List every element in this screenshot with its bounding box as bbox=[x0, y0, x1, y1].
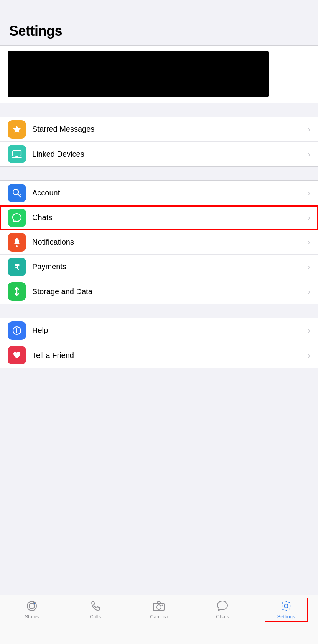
section-gap-2 bbox=[0, 167, 318, 180]
settings-header: Settings bbox=[0, 0, 318, 45]
menu-item-tell-friend[interactable]: Tell a Friend › bbox=[0, 343, 318, 368]
svg-line-6 bbox=[19, 195, 20, 196]
menu-item-storage[interactable]: Storage and Data › bbox=[0, 279, 318, 304]
svg-point-19 bbox=[157, 605, 161, 609]
svg-rect-1 bbox=[13, 151, 21, 156]
payments-icon-bg: ₹ bbox=[8, 258, 26, 276]
payments-label: Payments bbox=[32, 262, 308, 271]
status-tab-icon bbox=[26, 600, 38, 612]
storage-chevron: › bbox=[308, 287, 310, 296]
calls-tab-icon bbox=[89, 600, 102, 612]
svg-text:i: i bbox=[16, 328, 18, 334]
camera-tab-icon bbox=[153, 600, 165, 612]
camera-tab-label: Camera bbox=[150, 614, 168, 619]
help-chevron: › bbox=[308, 326, 310, 335]
tell-friend-chevron: › bbox=[308, 351, 310, 360]
profile-section[interactable] bbox=[0, 45, 318, 103]
account-chevron: › bbox=[308, 189, 310, 197]
section-gap-3 bbox=[0, 304, 318, 318]
settings-tab-icon bbox=[280, 600, 292, 612]
menu-item-notifications[interactable]: Notifications › bbox=[0, 230, 318, 255]
menu-item-help[interactable]: i Help › bbox=[0, 318, 318, 343]
svg-text:₹: ₹ bbox=[15, 263, 20, 272]
status-icon bbox=[26, 600, 38, 612]
svg-point-7 bbox=[16, 245, 18, 247]
shortcuts-section: Starred Messages › Linked Devices › bbox=[0, 117, 318, 167]
tab-bar: Status Calls Camera Chats bbox=[0, 595, 318, 644]
bell-icon bbox=[12, 237, 22, 247]
tab-item-camera[interactable]: Camera bbox=[140, 600, 178, 619]
starred-messages-icon-bg bbox=[8, 120, 26, 139]
svg-point-21 bbox=[284, 604, 288, 608]
camera-icon bbox=[153, 601, 165, 611]
account-label: Account bbox=[32, 189, 308, 197]
phone-icon bbox=[90, 600, 101, 612]
chats-chevron: › bbox=[308, 213, 310, 222]
chats-tab-label: Chats bbox=[216, 614, 229, 619]
bottom-spacer bbox=[0, 368, 318, 445]
svg-rect-3 bbox=[15, 156, 18, 157]
laptop-icon bbox=[12, 149, 22, 159]
linked-devices-label: Linked Devices bbox=[32, 150, 308, 159]
storage-label: Storage and Data bbox=[32, 287, 308, 296]
tab-item-calls[interactable]: Calls bbox=[76, 600, 115, 619]
tell-friend-label: Tell a Friend bbox=[32, 351, 308, 360]
menu-item-payments[interactable]: ₹ Payments › bbox=[0, 255, 318, 279]
svg-point-17 bbox=[34, 603, 35, 604]
page-title: Settings bbox=[9, 23, 309, 39]
rupee-icon: ₹ bbox=[12, 262, 22, 272]
main-section: Account › Chats › Notifications › ₹ Paym… bbox=[0, 180, 318, 304]
key-icon bbox=[12, 188, 22, 198]
linked-devices-icon-bg bbox=[8, 145, 26, 163]
status-tab-label: Status bbox=[25, 614, 39, 619]
notifications-icon-bg bbox=[8, 233, 26, 252]
heart-icon bbox=[12, 350, 22, 360]
payments-chevron: › bbox=[308, 262, 310, 271]
linked-devices-chevron: › bbox=[308, 150, 310, 159]
storage-icon-bg bbox=[8, 282, 26, 301]
help-label: Help bbox=[32, 326, 308, 335]
starred-messages-chevron: › bbox=[308, 125, 310, 134]
menu-item-chats[interactable]: Chats › bbox=[0, 205, 318, 230]
chat-tab-icon bbox=[216, 600, 229, 612]
menu-item-starred-messages[interactable]: Starred Messages › bbox=[0, 117, 318, 142]
help-icon-bg: i bbox=[8, 321, 26, 340]
section-gap-1 bbox=[0, 103, 318, 117]
svg-rect-2 bbox=[12, 157, 22, 158]
chats-label: Chats bbox=[32, 213, 308, 222]
gear-icon bbox=[280, 599, 292, 613]
chats-tab-icon bbox=[216, 600, 229, 612]
support-section: i Help › Tell a Friend › bbox=[0, 318, 318, 368]
svg-point-20 bbox=[162, 605, 163, 606]
tab-item-chats[interactable]: Chats bbox=[203, 600, 242, 619]
tell-friend-icon-bg bbox=[8, 346, 26, 364]
account-icon-bg bbox=[8, 184, 26, 202]
tab-item-status[interactable]: Status bbox=[13, 600, 51, 619]
star-icon bbox=[12, 124, 22, 135]
info-icon: i bbox=[12, 326, 22, 336]
starred-messages-label: Starred Messages bbox=[32, 125, 308, 134]
menu-item-account[interactable]: Account › bbox=[0, 181, 318, 205]
chats-icon-bg bbox=[8, 209, 26, 227]
notifications-label: Notifications bbox=[32, 238, 308, 247]
notifications-chevron: › bbox=[308, 238, 310, 247]
menu-item-linked-devices[interactable]: Linked Devices › bbox=[0, 142, 318, 166]
tab-item-settings[interactable]: Settings bbox=[267, 600, 305, 619]
arrows-icon bbox=[12, 286, 22, 296]
calls-tab-label: Calls bbox=[90, 614, 101, 619]
profile-redacted bbox=[8, 51, 269, 97]
svg-marker-0 bbox=[13, 126, 21, 133]
settings-tab-label: Settings bbox=[277, 614, 295, 619]
chat-bubble-icon bbox=[12, 212, 22, 223]
